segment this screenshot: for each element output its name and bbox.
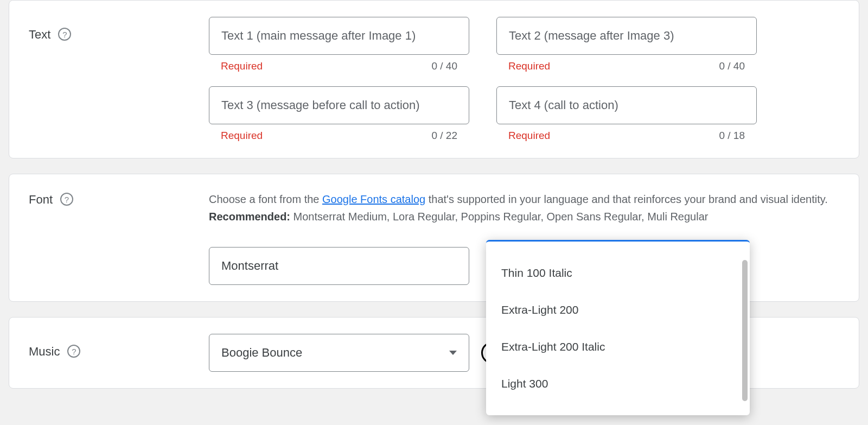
required-label: Required	[221, 60, 263, 72]
text-input-1[interactable]	[209, 17, 469, 55]
char-count: 0 / 18	[719, 130, 745, 142]
help-icon[interactable]: ?	[58, 28, 71, 41]
text-section: Text ? Required 0 / 40 Required 0 / 40	[9, 0, 859, 158]
text-label-group: Text ?	[29, 17, 209, 142]
help-icon[interactable]: ?	[67, 345, 80, 358]
required-label: Required	[221, 130, 263, 142]
help-icon[interactable]: ?	[60, 193, 73, 206]
music-select[interactable]: Boogie Bounce	[209, 334, 469, 372]
text-input-2[interactable]	[496, 17, 757, 55]
text-input-4[interactable]	[496, 86, 757, 124]
text-field-1: Required 0 / 40	[209, 17, 469, 72]
dropdown-option[interactable]: Extra-Light 200	[486, 291, 750, 328]
font-label-group: Font ?	[29, 191, 209, 285]
music-value: Boogie Bounce	[221, 346, 302, 360]
required-label: Required	[508, 60, 550, 72]
section-label-font: Font	[29, 193, 53, 207]
music-label-group: Music ?	[29, 334, 209, 372]
google-fonts-link[interactable]: Google Fonts catalog	[322, 193, 425, 205]
font-weight-dropdown[interactable]: Thin 100 Italic Extra-Light 200 Extra-Li…	[486, 240, 750, 415]
required-label: Required	[508, 130, 550, 142]
font-description: Choose a font from the Google Fonts cata…	[209, 191, 839, 225]
dropdown-option[interactable]: Thin 100 Italic	[486, 255, 750, 291]
text-field-4: Required 0 / 18	[496, 86, 757, 142]
text-input-3[interactable]	[209, 86, 469, 124]
font-family-select[interactable]: Montserrat	[209, 247, 469, 285]
font-desc-post: that's supported in your language and th…	[425, 193, 828, 205]
chevron-down-icon	[449, 351, 457, 355]
text-field-3: Required 0 / 22	[209, 86, 469, 142]
font-desc-pre: Choose a font from the	[209, 193, 322, 205]
section-label-music: Music	[29, 345, 60, 359]
char-count: 0 / 40	[719, 60, 745, 72]
dropdown-option[interactable]: Extra-Light 200 Italic	[486, 328, 750, 365]
dropdown-option[interactable]: Light 300	[486, 365, 750, 402]
char-count: 0 / 40	[431, 60, 457, 72]
text-field-2: Required 0 / 40	[496, 17, 757, 72]
char-count: 0 / 22	[431, 130, 457, 142]
recommended-label: Recommended:	[209, 211, 290, 223]
section-label-text: Text	[29, 28, 50, 42]
recommended-list: Montserrat Medium, Lora Regular, Poppins…	[290, 211, 708, 223]
font-family-value: Montserrat	[221, 259, 278, 273]
scrollbar[interactable]	[742, 260, 748, 401]
